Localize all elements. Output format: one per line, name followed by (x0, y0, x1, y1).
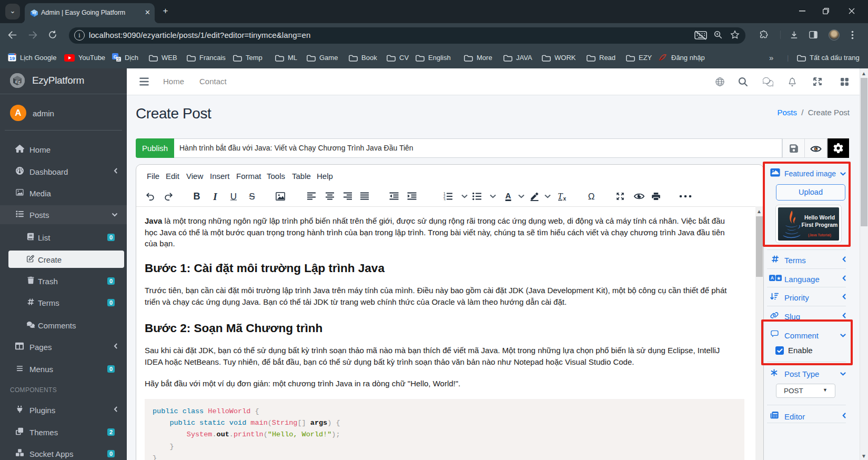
svg-text:x: x (563, 196, 567, 201)
svg-text:文: 文 (117, 57, 121, 62)
svg-text:3: 3 (443, 197, 446, 201)
svg-text:Z: Z (18, 81, 21, 84)
svg-text:EZ: EZ (32, 12, 36, 15)
svg-text:19: 19 (9, 55, 15, 61)
svg-text:A: A (771, 275, 774, 281)
svg-text:★: ★ (776, 275, 781, 281)
svg-text:T: T (558, 192, 563, 201)
